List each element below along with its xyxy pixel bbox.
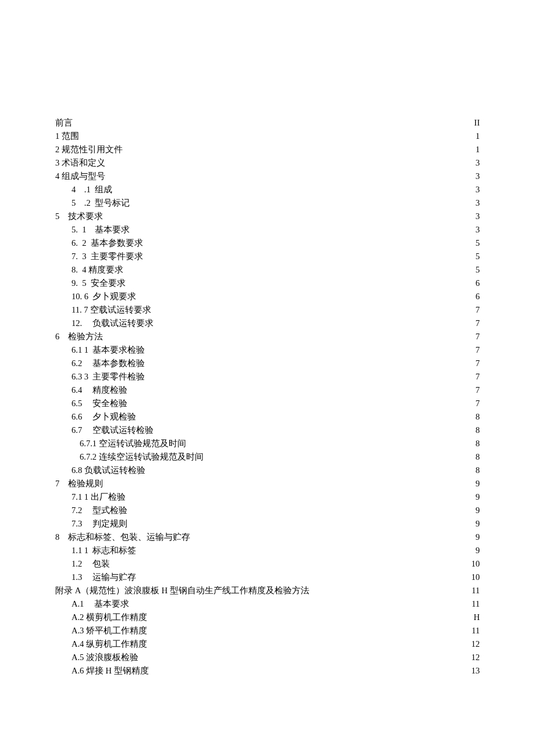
toc-page-number: 7	[476, 343, 480, 357]
toc-entry: 6.4 精度检验7	[72, 384, 480, 397]
toc-label: 6 检验方法	[55, 330, 103, 343]
toc-page-number: 5	[476, 250, 480, 263]
toc-label: 5 技术要求	[55, 210, 103, 223]
toc-leader	[106, 171, 475, 180]
toc-leader	[148, 625, 470, 634]
toc-leader	[129, 398, 475, 407]
toc-page-number: 9	[476, 477, 480, 490]
toc-page-number: 9	[476, 531, 480, 544]
toc-label: 11. 7 空载试运转要求	[72, 303, 151, 317]
toc-entry: A.4 纵剪机工作精度12	[72, 637, 480, 651]
toc-page-number: 3	[476, 210, 480, 223]
toc-label: 1.1 1 标志和标签	[72, 544, 136, 557]
toc-leader	[127, 278, 475, 286]
toc-entry: 6.7 空载试运转检验8	[72, 424, 480, 437]
toc-page-number: 7	[476, 384, 480, 397]
toc-page-number: 7	[476, 370, 480, 384]
toc-leader	[146, 345, 475, 353]
toc-label: 12. 负载试运转要求	[72, 317, 154, 330]
toc-leader	[131, 198, 475, 206]
toc-entry: 11. 7 空载试运转要求7	[72, 303, 480, 317]
toc-page-number: 8	[476, 464, 480, 477]
toc-entry: A.3 矫平机工作精度11	[72, 624, 480, 637]
toc-label: 6. 2 基本参数要求	[72, 237, 143, 250]
toc-label: 1 范围	[55, 130, 79, 143]
toc-leader	[129, 518, 475, 527]
toc-leader	[131, 224, 475, 233]
toc-entry: 1.3 运输与贮存10	[72, 571, 480, 584]
toc-entry: 6.3 3 主要零件检验7	[72, 370, 480, 384]
toc-leader	[129, 385, 475, 393]
toc-label: A.1 基本要求	[72, 597, 129, 611]
toc-leader	[104, 211, 475, 220]
toc-label: 前言	[55, 116, 73, 130]
toc-page-number: 12	[472, 637, 480, 651]
toc-label: 7.3 判定规则	[72, 517, 127, 531]
toc-entry: 1.1 1 标志和标签9	[72, 544, 480, 557]
toc-label: 6.4 精度检验	[72, 384, 127, 397]
toc-page-number: 10	[472, 557, 480, 571]
toc-leader	[124, 264, 475, 273]
toc-entry: 10. 6 夕卜观要求6	[72, 290, 480, 303]
toc-label: 8. 4 精度要求	[72, 263, 123, 277]
toc-label: A.5 波浪腹板检验	[72, 651, 138, 664]
toc-entry: 附录 A（规范性）波浪腹板 H 型钢自动生产线工作精度及检验方法11	[55, 584, 480, 597]
toc-leader	[104, 331, 475, 340]
toc-entry: A.5 波浪腹板检验12	[72, 651, 480, 664]
toc-page-number: 6	[476, 277, 480, 290]
toc-leader	[155, 318, 475, 327]
toc-label: 附录 A（规范性）波浪腹板 H 型钢自动生产线工作精度及检验方法	[55, 584, 309, 597]
toc-page-number: 3	[476, 170, 480, 183]
toc-leader	[155, 425, 475, 433]
toc-leader	[113, 184, 475, 193]
toc-entry: A.6 焊接 H 型钢精度13	[72, 664, 480, 678]
toc-label: 7.2 型式检验	[72, 504, 127, 517]
toc-page-number: 8	[476, 424, 480, 437]
toc-entry: 5. 1 基本要求3	[72, 223, 480, 237]
toc-label: 6.5 安全检验	[72, 397, 127, 410]
toc-entry: 1 范围1	[55, 130, 480, 143]
toc-entry: 6.7.2 连续空运转试验规范及时间8	[80, 450, 480, 464]
toc-label: 7.1 1 出厂检验	[72, 490, 126, 504]
toc-page-number: 3	[476, 196, 480, 210]
toc-leader	[74, 117, 473, 126]
toc-leader	[130, 599, 470, 607]
toc-page: 前言II1 范围12 规范性引用文件13 术语和定义34 组成与型号34 .1 …	[0, 0, 535, 756]
toc-page-number: 1	[476, 143, 480, 156]
toc-entry: 1.2 包装10	[72, 557, 480, 571]
toc-label: 6.6 夕卜观检验	[72, 410, 136, 424]
toc-leader	[137, 545, 475, 554]
toc-label: A.6 焊接 H 型钢精度	[72, 664, 149, 678]
toc-entry: 6.2 基本参数检验7	[72, 357, 480, 370]
toc-page-number: 11	[472, 597, 480, 611]
toc-leader	[148, 639, 470, 647]
toc-leader	[152, 304, 475, 313]
toc-leader	[311, 585, 470, 594]
toc-label: 6.7.1 空运转试验规范及时间	[80, 437, 186, 450]
toc-entry: 2 规范性引用文件1	[55, 143, 480, 156]
toc-leader	[80, 131, 475, 139]
toc-label: 5 .2 型号标记	[72, 196, 130, 210]
toc-entry: 6.6 夕卜观检验8	[72, 410, 480, 424]
toc-page-number: II	[474, 116, 480, 130]
toc-label: 9. 5 安全要求	[72, 277, 126, 290]
toc-label: 4 .1 组成	[72, 183, 112, 196]
toc-page-number: 7	[476, 303, 480, 317]
toc-leader	[129, 505, 475, 514]
toc-leader	[148, 612, 473, 621]
toc-entry: 5 技术要求3	[55, 210, 480, 223]
toc-entry: 7.3 判定规则9	[72, 517, 480, 531]
toc-page-number: 5	[476, 237, 480, 250]
toc-page-number: 9	[476, 517, 480, 531]
toc-entry: A.2 横剪机工作精度H	[72, 611, 480, 624]
toc-entry: 6.8 负载试运转检验8	[72, 464, 480, 477]
toc-page-number: 13	[472, 664, 480, 678]
toc-leader	[144, 238, 475, 246]
toc-page-number: 9	[476, 490, 480, 504]
toc-leader	[187, 438, 475, 447]
toc-page-number: 3	[476, 183, 480, 196]
toc-leader	[106, 157, 475, 166]
toc-leader	[144, 251, 475, 260]
toc-entry: 6 检验方法7	[55, 330, 480, 343]
toc-leader	[150, 665, 470, 674]
